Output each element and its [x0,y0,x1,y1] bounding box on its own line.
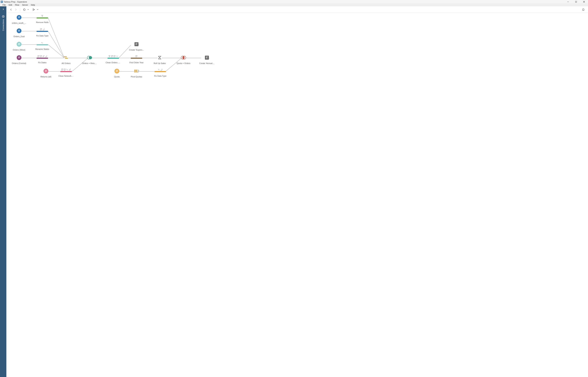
menu-flow[interactable]: Flow [14,3,21,6]
node-label: Clean Orders + ... [106,61,121,64]
node-pivot-quotas[interactable]: Pivot Quotas [129,69,144,78]
node-input-quota[interactable]: Quota [109,69,125,78]
node-input-orders-east[interactable]: Orders_East [12,29,27,37]
node-label: Roll Up Sales [154,62,166,64]
svg-line-14 [48,31,64,58]
change-type-icon [45,55,47,58]
node-label: Create 'Annual ... [199,62,214,64]
node-label: All Orders [62,62,71,64]
rename-field-icon [64,69,66,71]
svg-rect-53 [111,56,112,57]
node-join-quota-orders[interactable]: Quota + Orders [176,56,191,64]
filter-icon [41,15,43,17]
svg-point-52 [89,56,92,59]
svg-rect-48 [64,69,65,70]
node-input-orders-central[interactable]: Orders (Central) [12,56,27,64]
node-clean-notes[interactable]: Clean Notes/Ap... [58,69,74,77]
svg-point-59 [117,56,118,56]
node-label: Quota + Orders [176,62,190,64]
node-label: Fix Data Type [36,35,49,37]
expand-sidebar-icon[interactable] [2,8,4,11]
node-label: Rename States [35,48,49,50]
node-label: Orders (Central) [12,62,26,64]
svg-rect-49 [64,56,67,57]
node-input-orders-south[interactable]: orders_south_... [12,16,27,24]
connections-label: Connections [2,19,4,31]
remove-field-icon [111,55,113,58]
node-label: orders_south_... [12,22,26,24]
node-label: Fix Data Type [154,75,166,77]
menu-help[interactable]: Help [29,3,37,6]
calc-field-icon [136,55,138,58]
node-label: Fix Dates [38,61,47,64]
node-label: Remove Nulls [36,21,49,24]
remove-field-icon [38,55,39,58]
node-aggregate-rollup-sales[interactable]: Roll Up Sales [152,56,167,64]
node-label: Clean Notes/Ap... [58,75,74,77]
node-clean-fix-data-type-east[interactable]: Fix Data Type [35,28,50,37]
run-output-icon[interactable] [207,57,209,60]
node-clean-fix-data-type-quota[interactable]: Fix Data Type [153,69,168,77]
node-clean-rename-states[interactable]: Rename States [35,42,50,50]
node-union-all-orders[interactable]: All Orders [58,56,74,64]
group-icon [66,69,68,71]
node-label: Quota [114,76,120,78]
edit-icon [69,69,71,71]
forward-button[interactable] [14,7,18,12]
sigma-icon [158,56,162,60]
pivot-icon [134,69,139,73]
node-label: Pivot Quotas [131,76,142,78]
edit-icon [43,55,44,58]
node-clean-remove-nulls[interactable]: Remove Nulls [35,15,50,24]
toolbar [6,6,249,13]
svg-rect-38 [40,29,41,30]
join-icon [87,56,92,60]
toolbar-divider [20,8,20,12]
remove-field-icon [61,69,63,71]
title-bar: Tableau Prep - Superstore [0,0,249,3]
node-output-annual[interactable]: Create 'Annual ... [199,56,214,64]
node-label: Orders_East [13,35,25,37]
node-output-superstore[interactable]: Create 'Supers... [129,42,144,51]
back-button[interactable] [9,7,13,12]
run-output-icon[interactable] [137,44,139,46]
node-clean-find-order-year[interactable]: Find Order Year [129,55,144,64]
run-flow-button[interactable] [32,7,36,12]
svg-rect-41 [38,56,39,57]
node-input-returns-all[interactable]: Returns (all) [38,69,53,78]
rename-field-icon [40,55,42,58]
union-icon [63,56,69,60]
change-type-icon [43,28,44,31]
svg-line-13 [48,18,64,58]
node-clean-fix-dates[interactable]: Fix Dates [35,55,50,64]
node-label: Create 'Supers... [129,49,144,51]
menu-edit[interactable]: Edit [7,3,14,6]
run-caret-icon[interactable] [36,7,39,12]
node-label: Orders + Returns [82,62,97,64]
node-clean-orders-returns[interactable]: Clean Orders + ... [106,55,121,64]
add-connection-icon[interactable] [2,15,5,18]
svg-point-57 [116,56,117,56]
svg-rect-62 [136,56,137,57]
svg-rect-50 [65,58,68,59]
node-input-orders-west[interactable]: Orders (West) [12,42,27,51]
refresh-caret-icon[interactable] [27,7,29,12]
app-icon [1,1,3,3]
svg-rect-67 [137,70,137,72]
menu-file[interactable]: File [1,3,7,6]
flow-canvas[interactable]: orders_south_... Orders_East Orders (Wes… [6,13,249,160]
node-join-orders-returns[interactable]: Orders + Returns [82,56,97,64]
svg-rect-56 [114,56,115,57]
menu-bar: File Edit Flow Server Help [0,3,249,7]
window-title: Tableau Prep - Superstore [4,1,27,3]
menu-server[interactable]: Server [21,3,29,6]
node-label: Returns (all) [40,76,51,78]
group-icon [158,69,160,71]
more-icon [116,55,118,58]
group-icon [41,42,43,44]
join-icon [181,56,186,60]
refresh-button[interactable] [22,7,26,12]
node-label: Find Order Year [129,61,144,64]
svg-rect-44 [40,56,41,57]
svg-rect-45 [62,69,63,70]
